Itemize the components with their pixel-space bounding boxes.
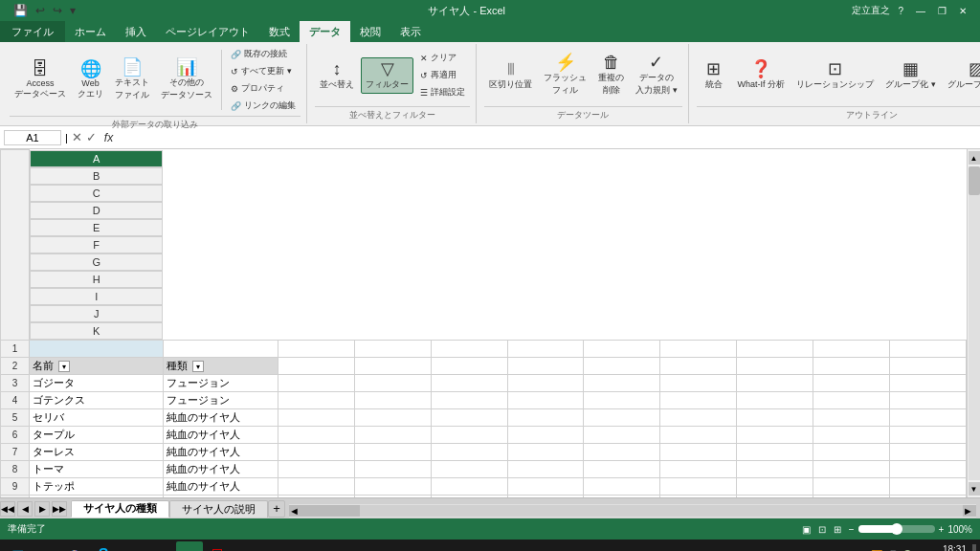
web-query-button[interactable]: 🌐 Webクエリ bbox=[73, 57, 108, 103]
filter-dropdown-type[interactable]: ▾ bbox=[192, 361, 204, 372]
tab-data[interactable]: データ bbox=[300, 21, 350, 42]
chrome-button[interactable] bbox=[61, 541, 88, 551]
cell-a1[interactable] bbox=[30, 340, 164, 357]
list-item[interactable]: ゴテンクス bbox=[30, 391, 164, 408]
access-button[interactable]: 🗄 Accessデータベース bbox=[10, 57, 71, 103]
tab-layout[interactable]: ページレイアウト bbox=[156, 21, 259, 42]
cell-h2[interactable] bbox=[660, 357, 737, 374]
list-item[interactable]: 純血のサイヤ人 bbox=[163, 443, 278, 460]
sheet-tab-desc[interactable]: サイヤ人の説明 bbox=[169, 500, 268, 518]
help-icon[interactable]: ? bbox=[898, 6, 903, 16]
sheet-last-button[interactable]: ▶▶ bbox=[52, 501, 67, 517]
filter-dropdown-name[interactable]: ▾ bbox=[58, 361, 70, 372]
ungroup-button[interactable]: ▨ グループ解除 ▾ bbox=[943, 57, 980, 94]
cancel-formula-icon[interactable]: ✕ bbox=[72, 130, 82, 144]
hscroll-thumb[interactable] bbox=[302, 505, 360, 517]
undo-button[interactable]: ↩ bbox=[33, 3, 47, 18]
cell-c1[interactable] bbox=[278, 340, 354, 357]
what-if-button[interactable]: ❓ What-If 分析 bbox=[733, 57, 791, 94]
col-header-k[interactable]: K bbox=[30, 322, 163, 340]
excel-taskbar-button[interactable]: X bbox=[176, 541, 203, 551]
hscroll-left[interactable]: ◄ bbox=[289, 505, 302, 517]
group-button[interactable]: ▦ グループ化 ▾ bbox=[880, 57, 941, 94]
view-pagebreak-icon[interactable]: ⊞ bbox=[834, 524, 841, 535]
col-header-b[interactable]: B bbox=[30, 167, 163, 185]
add-sheet-button[interactable]: + bbox=[268, 500, 285, 518]
cell-i1[interactable] bbox=[737, 340, 813, 357]
list-item[interactable]: フュージョン bbox=[163, 391, 278, 408]
hscroll-right[interactable]: ► bbox=[963, 505, 976, 517]
cell-b2[interactable]: 種類 ▾ bbox=[163, 357, 278, 374]
col-header-h[interactable]: H bbox=[30, 271, 163, 288]
cell-e2[interactable] bbox=[431, 357, 507, 374]
save-button[interactable]: 💾 bbox=[11, 3, 30, 18]
tab-file[interactable]: ファイル bbox=[0, 21, 65, 42]
list-item[interactable]: 純血のサイヤ人 bbox=[163, 477, 278, 495]
relationships-button[interactable]: ⊡ リレーションシップ bbox=[791, 57, 879, 94]
cell-reference-input[interactable] bbox=[4, 130, 61, 145]
zoom-slider[interactable] bbox=[858, 525, 935, 533]
clear-button[interactable]: ✕ クリア bbox=[415, 50, 470, 66]
horizontal-scrollbar[interactable]: ◄ ► bbox=[289, 504, 976, 518]
filter-button[interactable]: ▽ フィルター bbox=[361, 57, 413, 94]
zoom-slider-thumb[interactable] bbox=[891, 523, 902, 535]
properties-button[interactable]: ⚙ プロパティ bbox=[226, 80, 301, 97]
existing-connections-button[interactable]: 🔗 既存の接続 bbox=[226, 46, 301, 62]
ie-button[interactable]: e bbox=[33, 541, 59, 551]
mail-button[interactable]: ✉ bbox=[119, 541, 145, 551]
scroll-up-button[interactable]: ▲ bbox=[969, 151, 980, 165]
col-header-i[interactable]: I bbox=[30, 288, 163, 305]
tab-home[interactable]: ホーム bbox=[65, 21, 116, 42]
list-item[interactable]: 純血のサイヤ人 bbox=[163, 408, 278, 426]
restore-button[interactable]: ❐ bbox=[932, 3, 951, 18]
col-header-g[interactable]: G bbox=[30, 253, 163, 271]
cell-f2[interactable] bbox=[507, 357, 584, 374]
cell-a2[interactable]: 名前 ▾ bbox=[30, 357, 164, 374]
list-item[interactable]: トーマ bbox=[30, 460, 164, 477]
cell-d1[interactable] bbox=[354, 340, 431, 357]
cell-c2[interactable] bbox=[278, 357, 354, 374]
grid-scroll-area[interactable]: A B C D E F G H I J K bbox=[0, 149, 967, 497]
col-header-c[interactable]: C bbox=[30, 185, 163, 202]
list-item[interactable]: セリバ bbox=[30, 408, 164, 426]
cell-k1[interactable] bbox=[889, 340, 966, 357]
cell-b1[interactable] bbox=[163, 340, 278, 357]
mcafee-button[interactable]: ⛨ bbox=[205, 541, 232, 551]
list-item[interactable]: 混血のサイヤ人 bbox=[163, 495, 278, 497]
skype-button[interactable]: S bbox=[90, 541, 117, 551]
view-layout-icon[interactable]: ⊡ bbox=[818, 524, 826, 535]
col-header-e[interactable]: E bbox=[30, 219, 163, 236]
cell-j2[interactable] bbox=[813, 357, 890, 374]
reapply-button[interactable]: ↺ 再適用 bbox=[415, 67, 470, 83]
cell-k2[interactable] bbox=[889, 357, 966, 374]
validation-button[interactable]: ✓ データの入力規則 ▾ bbox=[631, 51, 682, 99]
flash-fill-button[interactable]: ⚡ フラッシュフィル bbox=[539, 51, 591, 99]
minimize-button[interactable]: — bbox=[911, 3, 930, 18]
scroll-thumb[interactable] bbox=[969, 166, 980, 195]
zoom-in-icon[interactable]: + bbox=[939, 524, 945, 535]
list-item[interactable]: ターレス bbox=[30, 443, 164, 460]
customize-quick-access[interactable]: ▾ bbox=[68, 3, 78, 18]
cell-j1[interactable] bbox=[813, 340, 890, 357]
list-item[interactable]: タープル bbox=[30, 426, 164, 443]
tab-review[interactable]: 校閲 bbox=[350, 21, 390, 42]
col-header-d[interactable]: D bbox=[30, 202, 163, 219]
col-header-f[interactable]: F bbox=[30, 236, 163, 253]
sheet-first-button[interactable]: ◀◀ bbox=[0, 501, 15, 517]
refresh-all-button[interactable]: ↺ すべて更新 ▾ bbox=[226, 63, 301, 79]
cell-g2[interactable] bbox=[584, 357, 660, 374]
col-header-a[interactable]: A bbox=[30, 150, 163, 167]
text-file-button[interactable]: 📄 テキストファイル bbox=[110, 55, 154, 104]
col-header-j[interactable]: J bbox=[30, 305, 163, 322]
other-sources-button[interactable]: 📊 その他のデータソース bbox=[156, 55, 217, 104]
cell-g1[interactable] bbox=[584, 340, 660, 357]
cell-e1[interactable] bbox=[431, 340, 507, 357]
cell-h1[interactable] bbox=[660, 340, 737, 357]
advanced-button[interactable]: ☰ 詳細設定 bbox=[415, 84, 470, 100]
list-item[interactable]: ゴジータ bbox=[30, 374, 164, 391]
sheet-next-button[interactable]: ▶ bbox=[34, 501, 50, 517]
list-item[interactable]: トテッポ bbox=[30, 477, 164, 495]
show-desktop-button[interactable] bbox=[972, 544, 976, 551]
list-item[interactable]: トランクス bbox=[30, 495, 164, 497]
text-columns-button[interactable]: ⫴ 区切り位置 bbox=[484, 57, 537, 94]
